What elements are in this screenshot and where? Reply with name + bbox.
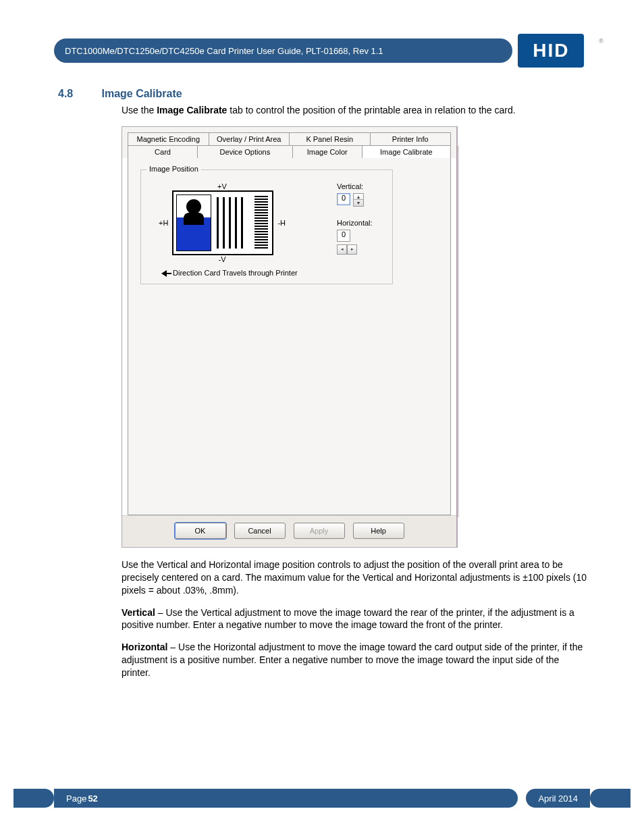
intro-paragraph: Use the Image Calibrate tab to control t…: [122, 104, 590, 117]
arrow-left-icon: [161, 270, 171, 277]
barcode-icon: [254, 196, 268, 250]
paragraph-vertical: Vertical – Use the Vertical adjustment t…: [122, 606, 590, 632]
image-position-group: Image Position +V +H: [140, 170, 393, 284]
vertical-spinner[interactable]: ▲▼: [353, 193, 364, 207]
registered-mark: ®: [599, 38, 603, 45]
horizontal-input[interactable]: 0: [337, 230, 350, 242]
footer-date: April 2014: [526, 789, 590, 808]
horizontal-label: Horizontal:: [337, 219, 373, 227]
vertical-input[interactable]: 0: [337, 193, 350, 205]
direction-caption: Direction Card Travels through Printer: [161, 269, 299, 277]
footer-page: Page 52: [54, 789, 518, 808]
plus-v-label: +V: [145, 182, 299, 190]
tab-device-options[interactable]: Device Options: [198, 145, 293, 158]
paragraph-horizontal: Horizontal – Use the Horizontal adjustme…: [122, 641, 590, 679]
tab-printer-info[interactable]: Printer Info: [371, 132, 452, 145]
card-text-lines: [214, 192, 254, 254]
section-title-text: Image Calibrate: [101, 88, 182, 99]
horizontal-spinner[interactable]: ◂▸: [337, 244, 373, 255]
help-button[interactable]: Help: [353, 523, 404, 539]
header-title-bar: DTC1000Me/DTC1250e/DTC4250e Card Printer…: [54, 38, 512, 63]
tab-card[interactable]: Card: [128, 145, 198, 158]
group-title: Image Position: [146, 165, 201, 173]
page-footer: Page 52 April 2014: [14, 788, 630, 808]
vertical-label: Vertical:: [337, 182, 373, 190]
apply-button[interactable]: Apply: [294, 523, 345, 539]
tab-panel: Image Position +V +H: [128, 157, 451, 515]
header-title: DTC1000Me/DTC1250e/DTC4250e Card Printer…: [65, 46, 383, 56]
ok-button[interactable]: OK: [175, 523, 226, 539]
minus-v-label: -V: [145, 255, 299, 263]
section-heading: 4.8 Image Calibrate: [58, 88, 603, 100]
hid-logo: HID: [518, 34, 584, 68]
dialog-tabs: Magnetic Encoding Overlay / Print Area K…: [122, 127, 456, 158]
section-number: 4.8: [58, 88, 99, 100]
dialog-button-row: OK Cancel Apply Help: [122, 515, 456, 547]
portrait-icon: [176, 194, 211, 251]
page-header: DTC1000Me/DTC1250e/DTC4250e Card Printer…: [41, 34, 603, 68]
plus-h-label: +H: [159, 219, 168, 227]
tab-image-calibrate[interactable]: Image Calibrate: [363, 145, 451, 158]
cancel-button[interactable]: Cancel: [234, 523, 286, 539]
minus-h-label: -H: [277, 219, 286, 227]
tab-magnetic-encoding[interactable]: Magnetic Encoding: [128, 132, 209, 145]
image-calibrate-dialog: Magnetic Encoding Overlay / Print Area K…: [122, 126, 458, 548]
tab-overlay-print-area[interactable]: Overlay / Print Area: [209, 132, 290, 145]
tab-image-color[interactable]: Image Color: [293, 145, 363, 158]
tab-k-panel-resin[interactable]: K Panel Resin: [290, 132, 371, 145]
card-diagram: [172, 190, 273, 255]
paragraph-description: Use the Vertical and Horizontal image po…: [122, 558, 590, 597]
